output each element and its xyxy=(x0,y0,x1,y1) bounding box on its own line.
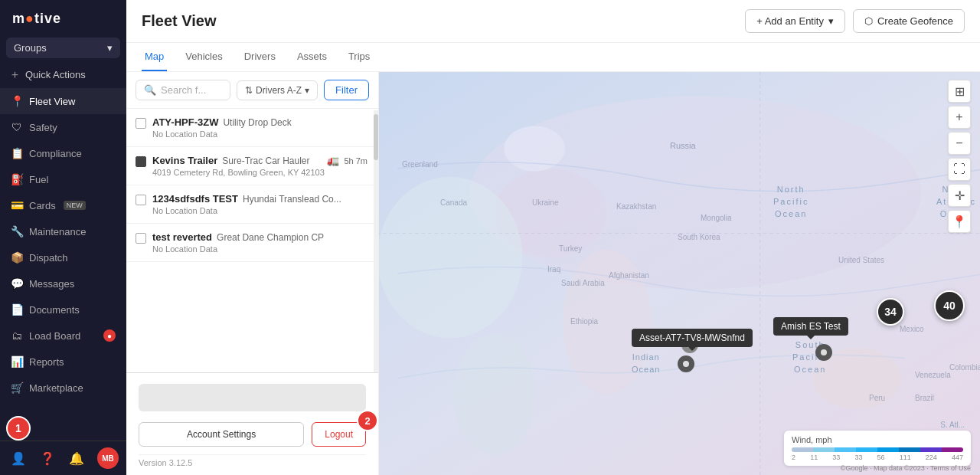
sidebar-item-fleet-view[interactable]: 📍 Fleet View xyxy=(0,88,126,114)
blurred-content xyxy=(139,384,366,411)
region-label-russia: Russia xyxy=(670,141,696,150)
sidebar-item-reports[interactable]: 📊 Reports xyxy=(0,349,126,375)
sidebar-item-load-board[interactable]: 🗂 Load Board ● xyxy=(0,323,126,349)
tab-assets[interactable]: Assets xyxy=(294,43,330,71)
vehicle-type: Great Dane Champion CP xyxy=(217,232,324,243)
vehicle-checkbox[interactable] xyxy=(136,118,146,129)
sidebar-item-label: Safety xyxy=(29,122,57,133)
sidebar-item-dispatch[interactable]: 📦 Dispatch xyxy=(0,244,126,270)
sidebar-item-safety[interactable]: 🛡 Safety xyxy=(0,114,126,140)
tab-map[interactable]: Map xyxy=(142,43,167,71)
person-icon[interactable]: 👤 xyxy=(8,448,29,469)
map-pin-amish: Amish ES Test xyxy=(815,344,832,361)
sort-icon: ⇅ xyxy=(245,85,253,96)
sidebar-item-label: Maintenance xyxy=(29,226,86,238)
map-background: NorthPacificOcean NorthAtlanticOcean Sou… xyxy=(379,72,980,475)
sidebar-item-messages[interactable]: 💬 Messages xyxy=(0,270,126,296)
tab-trips[interactable]: Trips xyxy=(345,43,373,71)
layers-button[interactable]: ⊞ xyxy=(948,80,971,103)
region-label-saudi: Saudi Arabia xyxy=(561,279,605,287)
groups-dropdown[interactable]: Groups ▾ xyxy=(6,38,120,58)
avatar-button[interactable]: MB xyxy=(97,447,119,469)
version-text: Version 3.12.5 xyxy=(139,454,366,467)
account-settings-label: Account Settings xyxy=(187,429,256,440)
vehicle-location: No Location Data xyxy=(152,129,368,139)
fleet-icon: 📍 xyxy=(11,95,23,107)
region-label-afghanistan: Afghanistan xyxy=(609,271,649,280)
new-badge: NEW xyxy=(64,201,86,210)
map-attribution: ©Google · Map data ©2023 · Terms of Use xyxy=(841,464,971,472)
compass-button[interactable]: ✛ xyxy=(948,184,971,207)
wind-labels: 2 11 33 33 56 111 224 447 xyxy=(792,454,963,461)
region-label-colombia: Colombia xyxy=(949,363,980,372)
region-label-mongolia: Mongolia xyxy=(701,214,732,222)
account-popup: Account Settings Logout 2 Version 3.12.5 xyxy=(126,372,378,475)
bell-icon[interactable]: 🔔 xyxy=(66,448,87,469)
ocean-label-south-atlantic: S. Atl... xyxy=(940,421,965,429)
sidebar-item-label: Fleet View xyxy=(29,96,75,107)
sidebar-item-cards[interactable]: 💳 Cards NEW xyxy=(0,192,126,218)
sidebar-item-documents[interactable]: 📄 Documents xyxy=(0,296,126,323)
filter-button[interactable]: Filter xyxy=(324,80,369,100)
tab-drivers[interactable]: Drivers xyxy=(241,43,279,71)
step-2-indicator: 2 xyxy=(357,410,378,431)
create-geofence-button[interactable]: ⬡ Create Geofence xyxy=(853,9,965,33)
region-label-korea: South Korea xyxy=(678,233,720,241)
sidebar-item-label: Reports xyxy=(29,356,64,368)
vehicle-checkbox[interactable] xyxy=(136,233,146,244)
sidebar-item-maintenance[interactable]: 🔧 Maintenance xyxy=(0,218,126,244)
amish-tooltip: Amish ES Test xyxy=(773,317,848,336)
fullscreen-button[interactable]: ⛶ xyxy=(948,158,971,181)
zoom-in-button[interactable]: + xyxy=(948,106,971,129)
tab-vehicles[interactable]: Vehicles xyxy=(182,43,225,71)
zoom-out-button[interactable]: − xyxy=(948,132,971,155)
sort-chevron-icon: ▾ xyxy=(305,85,309,96)
list-item[interactable]: test reverted Great Dane Champion CP No … xyxy=(126,224,378,262)
scroll-thumb[interactable] xyxy=(374,114,378,160)
map-cluster-34[interactable]: 34 xyxy=(877,298,904,326)
logout-label: Logout xyxy=(325,429,353,440)
sidebar-item-compliance[interactable]: 📋 Compliance xyxy=(0,140,126,166)
map-svg xyxy=(379,72,980,475)
vehicle-checkbox[interactable] xyxy=(136,156,146,167)
left-panel: 🔍 Search f... ⇅ Drivers A-Z ▾ Filter xyxy=(126,72,379,475)
vehicle-checkbox[interactable] xyxy=(136,195,146,205)
groups-label: Groups xyxy=(14,42,47,54)
region-label-peru: Peru xyxy=(869,394,885,402)
add-entity-label: + Add an Entity xyxy=(756,15,824,27)
list-item[interactable]: Kevins Trailer Sure-Trac Car Hauler 🚛 5h… xyxy=(126,147,378,185)
search-input-wrap[interactable]: 🔍 Search f... xyxy=(136,80,230,100)
account-settings-button[interactable]: Account Settings xyxy=(139,422,304,447)
help-icon[interactable]: ❓ xyxy=(37,448,58,469)
vehicle-location: No Location Data xyxy=(152,244,368,254)
sidebar-item-label: Compliance xyxy=(29,148,82,159)
step-1-indicator: 1 xyxy=(6,416,31,441)
main-content: Fleet View + Add an Entity ▾ ⬡ Create Ge… xyxy=(126,0,980,475)
messages-icon: 💬 xyxy=(11,277,23,290)
list-item[interactable]: 1234sdfsdfs TEST Hyundai Translead Co...… xyxy=(126,185,378,224)
logo-text: m●tive xyxy=(12,11,61,27)
search-bar: 🔍 Search f... ⇅ Drivers A-Z ▾ Filter xyxy=(126,72,378,109)
add-entity-button[interactable]: + Add an Entity ▾ xyxy=(745,9,845,33)
header-actions: + Add an Entity ▾ ⬡ Create Geofence xyxy=(745,9,965,33)
region-label-ukraine: Ukraine xyxy=(532,198,558,207)
sidebar-item-marketplace[interactable]: 🛒 Marketplace xyxy=(0,375,126,401)
quick-actions-button[interactable]: ＋ Quick Actions xyxy=(0,61,126,88)
region-label-brazil: Brazil xyxy=(915,394,934,402)
content-area: 🔍 Search f... ⇅ Drivers A-Z ▾ Filter xyxy=(126,72,980,475)
load-board-icon: 🗂 xyxy=(11,329,23,342)
geofence-icon: ⬡ xyxy=(864,15,873,27)
time-badge: 5h 7m xyxy=(344,156,368,165)
sidebar-item-label: Load Board xyxy=(29,330,80,342)
sidebar-item-fuel[interactable]: ⛽ Fuel xyxy=(0,166,126,192)
map-cluster-40[interactable]: 40 xyxy=(934,290,965,321)
sidebar-item-label: Marketplace xyxy=(29,382,83,394)
location-button[interactable]: 📍 xyxy=(948,210,971,233)
create-geofence-label: Create Geofence xyxy=(877,15,953,27)
sort-dropdown[interactable]: ⇅ Drivers A-Z ▾ xyxy=(237,80,318,100)
list-item[interactable]: ATY-HPF-3ZW Utility Drop Deck No Locatio… xyxy=(126,109,378,147)
view-tabs: Map Vehicles Drivers Assets Trips xyxy=(126,43,980,72)
region-label-venezuela: Venezuela xyxy=(915,371,951,379)
map-area[interactable]: NorthPacificOcean NorthAtlanticOcean Sou… xyxy=(379,72,980,475)
sidebar-item-label: Documents xyxy=(29,304,80,316)
